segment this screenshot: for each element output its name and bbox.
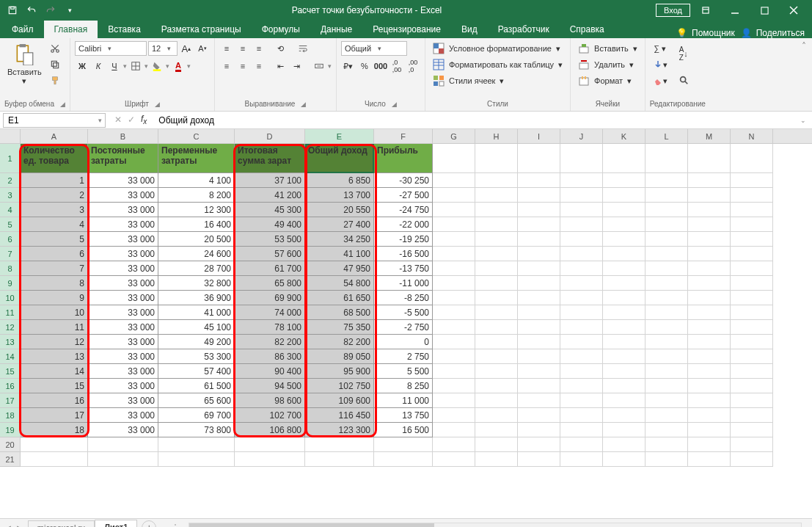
cell[interactable]	[688, 393, 731, 408]
cell[interactable]	[560, 247, 603, 261]
align-middle-icon[interactable]: ≡	[235, 41, 250, 56]
cell[interactable]	[603, 408, 645, 423]
row-header[interactable]: 7	[0, 247, 21, 261]
copy-icon[interactable]	[48, 57, 62, 72]
cell[interactable]	[560, 408, 603, 423]
cell[interactable]	[603, 393, 645, 408]
new-sheet-button[interactable]: +	[142, 520, 156, 528]
cell[interactable]: 5 500	[374, 364, 433, 379]
cell[interactable]	[645, 423, 688, 437]
cell[interactable]: 8 200	[158, 188, 235, 203]
tab-formulas[interactable]: Формулы	[252, 21, 310, 38]
row-header[interactable]: 4	[0, 203, 21, 217]
cell[interactable]: 82 200	[235, 335, 305, 349]
row-header[interactable]: 19	[0, 423, 21, 437]
cell[interactable]	[731, 305, 773, 320]
cell[interactable]	[518, 437, 560, 452]
cell[interactable]: -27 500	[374, 188, 433, 203]
cell[interactable]	[433, 349, 475, 364]
cell[interactable]	[475, 144, 518, 173]
decrease-indent-icon[interactable]: ⇤	[274, 59, 288, 73]
row-header[interactable]: 9	[0, 276, 21, 291]
cell[interactable]: -2 750	[374, 320, 433, 335]
cell[interactable]: 12 300	[158, 203, 235, 217]
cell[interactable]: 89 050	[305, 349, 374, 364]
column-header-K[interactable]: K	[603, 129, 645, 143]
row-header[interactable]: 16	[0, 379, 21, 393]
decrease-decimal-icon[interactable]: ,00,0	[406, 59, 420, 73]
font-color-icon[interactable]: A	[171, 59, 186, 73]
cell[interactable]	[475, 232, 518, 247]
cell[interactable]	[433, 452, 475, 467]
enter-formula-icon[interactable]: ✓	[128, 115, 135, 125]
cell[interactable]: 4 100	[158, 173, 235, 188]
row-header[interactable]: 17	[0, 393, 21, 408]
cell[interactable]	[603, 261, 645, 276]
cell[interactable]: 33 000	[88, 335, 158, 349]
insert-cells-button[interactable]: Вставить ▾	[575, 41, 640, 56]
cell[interactable]	[688, 144, 731, 173]
cell[interactable]	[158, 452, 235, 467]
increase-font-icon[interactable]: A▴	[179, 41, 194, 56]
cell[interactable]: 41 000	[158, 305, 235, 320]
tab-review[interactable]: Рецензирование	[362, 21, 451, 38]
cell[interactable]	[305, 437, 374, 452]
cell[interactable]: 69 900	[235, 291, 305, 305]
maximize-icon[interactable]	[750, 1, 778, 19]
cell[interactable]	[688, 232, 731, 247]
cell[interactable]	[603, 335, 645, 349]
cell[interactable]: 24 600	[158, 247, 235, 261]
expand-formula-bar-icon[interactable]: ⌄	[794, 117, 812, 124]
cell[interactable]: 16	[21, 393, 88, 408]
paste-button[interactable]: Вставить▾	[4, 41, 45, 87]
row-header[interactable]: 20	[0, 437, 21, 452]
share-button[interactable]: 👤 Поделиться	[741, 28, 805, 38]
cell[interactable]	[603, 291, 645, 305]
cell[interactable]	[88, 452, 158, 467]
cell[interactable]	[475, 423, 518, 437]
cell[interactable]	[688, 379, 731, 393]
accounting-format-icon[interactable]: ₽▾	[341, 59, 356, 73]
cell[interactable]: 109 600	[305, 393, 374, 408]
cell[interactable]: 53 300	[158, 349, 235, 364]
cell[interactable]: 54 800	[305, 276, 374, 291]
dialog-launcher-icon[interactable]: ◢	[301, 101, 306, 108]
cell[interactable]	[560, 452, 603, 467]
cell[interactable]	[475, 379, 518, 393]
cell[interactable]: 13	[21, 349, 88, 364]
row-header[interactable]: 13	[0, 335, 21, 349]
cell[interactable]	[475, 276, 518, 291]
cell[interactable]	[475, 437, 518, 452]
row-header[interactable]: 1	[0, 144, 21, 173]
cell[interactable]: 20 550	[305, 203, 374, 217]
cell[interactable]	[560, 364, 603, 379]
fx-icon[interactable]: fx	[141, 114, 147, 126]
cell[interactable]: 33 000	[88, 408, 158, 423]
cell[interactable]	[645, 247, 688, 261]
align-top-icon[interactable]: ≡	[219, 41, 234, 56]
cell[interactable]	[731, 203, 773, 217]
cell[interactable]	[475, 320, 518, 335]
row-header[interactable]: 11	[0, 305, 21, 320]
increase-indent-icon[interactable]: ⇥	[290, 59, 304, 73]
cell[interactable]	[603, 173, 645, 188]
increase-decimal-icon[interactable]: ,0,00	[389, 59, 404, 73]
column-header-L[interactable]: L	[645, 129, 688, 143]
cell[interactable]	[603, 379, 645, 393]
qat-customize-icon[interactable]: ▾	[62, 2, 78, 18]
cell[interactable]	[518, 188, 560, 203]
cell[interactable]	[731, 173, 773, 188]
column-header-M[interactable]: M	[688, 129, 731, 143]
cell[interactable]	[433, 379, 475, 393]
font-size-combo[interactable]: 12▾	[148, 41, 178, 56]
cell[interactable]: 5	[21, 232, 88, 247]
cell[interactable]	[158, 437, 235, 452]
cell[interactable]	[88, 437, 158, 452]
cell[interactable]: 2	[21, 188, 88, 203]
cell[interactable]: 0	[374, 335, 433, 349]
cell[interactable]	[433, 423, 475, 437]
cell[interactable]	[731, 261, 773, 276]
font-name-combo[interactable]: Calibri▾	[75, 41, 147, 56]
cell[interactable]: -30 250	[374, 173, 433, 188]
align-left-icon[interactable]: ≡	[219, 59, 234, 73]
